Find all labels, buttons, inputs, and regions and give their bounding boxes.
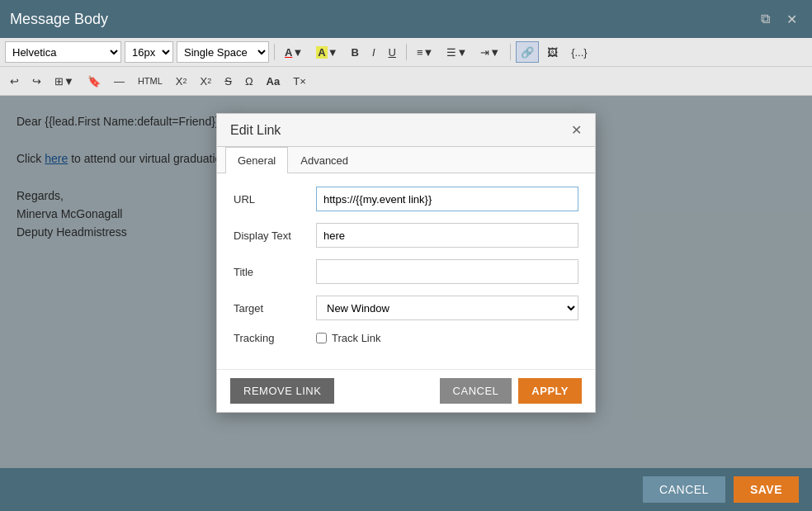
- separator3: [510, 44, 511, 60]
- modal-close-button[interactable]: ✕: [571, 122, 582, 138]
- separator: [274, 44, 275, 60]
- display-text-label: Display Text: [234, 229, 316, 242]
- bottom-bar: CANCEL SAVE: [0, 468, 812, 511]
- superscript-button[interactable]: X2: [196, 70, 217, 92]
- tracking-label: Tracking: [234, 332, 316, 344]
- bg-color-button[interactable]: A▼: [311, 41, 342, 63]
- url-label: URL: [234, 193, 316, 206]
- title-bar: Message Body ⧉ ✕: [0, 0, 812, 38]
- save-button[interactable]: SAVE: [734, 476, 799, 503]
- content-area: Dear {{lead.First Name:default=Friend}},…: [0, 96, 812, 480]
- token-button[interactable]: {...}: [566, 41, 592, 63]
- bold-button[interactable]: B: [347, 41, 364, 63]
- modal-footer: REMOVE LINK CANCEL APPLY: [217, 369, 595, 412]
- tab-advanced[interactable]: Advanced: [288, 147, 361, 173]
- edit-link-modal: Edit Link ✕ General Advanced URL Display…: [216, 113, 596, 413]
- subscript-button[interactable]: X2: [171, 70, 192, 92]
- track-link-checkbox[interactable]: [316, 333, 327, 343]
- display-text-row: Display Text: [234, 223, 578, 248]
- modal-overlay: Edit Link ✕ General Advanced URL Display…: [0, 96, 812, 480]
- spell-button[interactable]: Aa: [262, 70, 286, 92]
- line-spacing-select[interactable]: Single Space 1.5 Space Double Space: [177, 41, 269, 63]
- font-color-button[interactable]: A▼: [280, 41, 308, 63]
- omega-button[interactable]: Ω: [240, 70, 258, 92]
- italic-button[interactable]: I: [367, 41, 380, 63]
- target-row: Target New Window Same Window _blank _se…: [234, 296, 578, 320]
- tab-general[interactable]: General: [225, 147, 288, 173]
- window-controls: ⧉ ✕: [756, 10, 802, 29]
- close-button[interactable]: ✕: [781, 10, 802, 29]
- modal-footer-right: CANCEL APPLY: [440, 378, 582, 404]
- html-button[interactable]: HTML: [133, 70, 168, 92]
- indent-button[interactable]: ⇥▼: [475, 41, 505, 63]
- modal-header: Edit Link ✕: [217, 114, 595, 147]
- modal-title: Edit Link: [230, 123, 281, 138]
- target-select[interactable]: New Window Same Window _blank _self: [316, 296, 578, 320]
- url-input[interactable]: [316, 187, 578, 211]
- bottom-cancel-button[interactable]: CANCEL: [643, 476, 725, 503]
- undo-button[interactable]: ↩: [5, 70, 24, 92]
- tracking-row: Tracking Track Link: [234, 332, 578, 344]
- tracking-check: Track Link: [316, 332, 380, 344]
- font-size-select[interactable]: 16px 12px 14px: [125, 41, 173, 63]
- track-link-label: Track Link: [332, 332, 380, 344]
- clear-format-button[interactable]: T×: [288, 70, 311, 92]
- list-button[interactable]: ☰▼: [441, 41, 472, 63]
- underline-button[interactable]: U: [384, 41, 401, 63]
- modal-form: URL Display Text Title Target New Window…: [217, 173, 595, 369]
- redo-button[interactable]: ↪: [27, 70, 46, 92]
- bookmark-button[interactable]: 🔖: [83, 70, 106, 92]
- align-button[interactable]: ≡▼: [412, 41, 438, 63]
- restore-button[interactable]: ⧉: [756, 10, 775, 29]
- target-label: Target: [234, 302, 316, 315]
- title-row: Title: [234, 259, 578, 284]
- table-button[interactable]: ⊞▼: [50, 70, 79, 92]
- apply-button[interactable]: APPLY: [518, 378, 582, 404]
- window-title: Message Body: [10, 11, 108, 28]
- modal-cancel-button[interactable]: CANCEL: [440, 378, 512, 404]
- link-button[interactable]: 🔗: [516, 41, 539, 63]
- title-input[interactable]: [316, 259, 578, 284]
- toolbar-row2: ↩ ↪ ⊞▼ 🔖 — HTML X2 X2 S Ω Aa T×: [0, 67, 812, 95]
- url-row: URL: [234, 187, 578, 211]
- strikethrough-button[interactable]: S: [220, 70, 237, 92]
- image-button[interactable]: 🖼: [542, 41, 563, 63]
- title-label: Title: [234, 266, 316, 278]
- font-family-select[interactable]: Helvetica Arial Times New Roman: [5, 41, 121, 63]
- modal-tabs: General Advanced: [217, 147, 595, 173]
- display-text-input[interactable]: [316, 223, 578, 248]
- toolbar-row1: Helvetica Arial Times New Roman 16px 12p…: [0, 38, 812, 67]
- remove-link-button[interactable]: REMOVE LINK: [230, 378, 334, 404]
- hr-button[interactable]: —: [109, 70, 130, 92]
- separator2: [406, 44, 407, 60]
- toolbar: Helvetica Arial Times New Roman 16px 12p…: [0, 38, 812, 96]
